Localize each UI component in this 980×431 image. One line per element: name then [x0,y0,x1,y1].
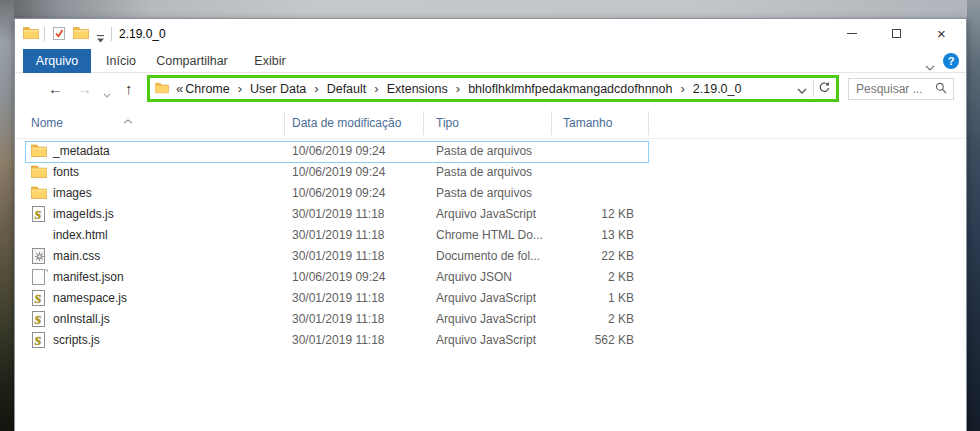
ribbon-tab-row: ArquivoInícioCompartilharExibir ? [15,49,966,73]
window-folder-icon [23,26,39,44]
file-date: 30/01/2019 11:18 [292,228,385,242]
file-row[interactable]: images 10/06/2019 09:24 Pasta de arquivo… [15,183,966,204]
file-size: 13 KB [555,228,634,242]
address-bar[interactable]: « Chrome›User Data›Default›Extensions›bh… [147,75,839,102]
title-bar[interactable]: 2.19.0_0 × [15,19,966,49]
file-type: Arquivo JavaScript [436,291,536,305]
tab-início[interactable]: Início [100,49,142,73]
js-script-icon [31,206,47,222]
tab-exibir[interactable]: Exibir [243,49,297,73]
breadcrumb-item[interactable]: Extensions [387,82,448,96]
properties-check-icon[interactable] [52,26,66,45]
forward-arrow-icon[interactable]: → [77,79,92,99]
js-script-icon [31,332,47,348]
breadcrumb-item[interactable]: Chrome [185,82,229,96]
file-name: scripts.js [53,333,100,347]
wallpaper-right [967,0,980,431]
file-row[interactable]: onInstall.js 30/01/2019 11:18 Arquivo Ja… [15,309,966,330]
file-name: fonts [53,165,79,179]
file-row[interactable]: main.css 30/01/2019 11:18 Documento de f… [15,246,966,267]
file-name: namespace.js [53,291,127,305]
column-header-tipo[interactable]: Tipo [436,116,459,130]
wallpaper-left [0,0,14,431]
refresh-icon[interactable] [818,80,831,98]
file-size: 22 KB [555,249,634,263]
history-chevron-icon[interactable] [103,83,111,103]
file-date: 10/06/2019 09:24 [292,144,385,158]
file-name: onInstall.js [53,312,110,326]
file-row[interactable]: imageIds.js 30/01/2019 11:18 Arquivo Jav… [15,204,966,225]
file-row[interactable]: scripts.js 30/01/2019 11:18 Arquivo Java… [15,330,966,351]
address-divider [813,80,814,97]
file-row[interactable]: _metadata 10/06/2019 09:24 Pasta de arqu… [15,141,966,162]
address-folder-icon [155,80,169,98]
close-button[interactable]: × [919,19,964,48]
breadcrumb-item[interactable]: 2.19.0_0 [693,82,742,96]
file-size: 2 KB [555,270,634,284]
search-placeholder: Pesquisar ... [856,82,935,96]
file-date: 10/06/2019 09:24 [292,165,385,179]
breadcrumb-separator-icon[interactable]: › [238,81,242,96]
breadcrumb-item[interactable]: bhloflhklmhfpedakmangadcdofhnnoh [468,82,672,96]
search-box[interactable]: Pesquisar ... [848,78,954,100]
file-name: imageIds.js [53,207,114,221]
file-date: 30/01/2019 11:18 [292,207,385,221]
file-type: Arquivo JavaScript [436,333,536,347]
breadcrumb-separator-icon[interactable]: › [314,81,318,96]
column-header-nome[interactable]: Nome [31,116,63,130]
breadcrumb-separator-icon[interactable]: › [456,81,460,96]
column-header-row: Nome Data de modificação Tipo Tamanho [15,109,966,139]
js-script-icon [31,311,47,327]
folder-icon [31,164,47,180]
breadcrumb-separator-icon[interactable]: › [374,81,378,96]
column-separator[interactable] [284,111,285,135]
file-row[interactable]: namespace.js 30/01/2019 11:18 Arquivo Ja… [15,288,966,309]
file-name: index.html [53,228,108,242]
qat-customize-dropdown-icon[interactable] [96,29,105,47]
file-row[interactable]: index.html 30/01/2019 11:18 Chrome HTML … [15,225,966,246]
column-separator[interactable] [551,111,552,135]
file-type: Arquivo JSON [436,270,512,284]
minimize-button[interactable] [829,19,874,48]
file-type: Chrome HTML Do... [436,228,543,242]
file-row[interactable]: manifest.json 10/06/2019 09:24 Arquivo J… [15,267,966,288]
maximize-button[interactable] [874,19,919,48]
help-icon[interactable]: ? [943,53,959,69]
folder-icon [31,143,47,159]
file-date: 10/06/2019 09:24 [292,270,385,284]
tab-arquivo[interactable]: Arquivo [23,49,91,73]
search-magnifier-icon[interactable] [935,80,947,98]
file-size: 1 KB [555,291,634,305]
navigation-bar: ← → ↑ « Chrome›User Data›Default›Extensi… [15,73,966,106]
chrome-icon [31,227,47,243]
address-dropdown-chevron-icon[interactable] [797,80,807,98]
tab-compartilhar[interactable]: Compartilhar [149,49,235,73]
window-title: 2.19.0_0 [119,27,166,41]
file-type: Documento de fol... [436,249,540,263]
file-date: 30/01/2019 11:18 [292,312,385,326]
file-row[interactable]: fonts 10/06/2019 09:24 Pasta de arquivos [15,162,966,183]
column-header-data[interactable]: Data de modificação [292,116,401,130]
breadcrumb-separator-icon[interactable]: › [680,81,684,96]
column-separator[interactable] [423,111,424,135]
up-arrow-icon[interactable]: ↑ [125,79,133,99]
file-size: 2 KB [555,312,634,326]
desktop: 2.19.0_0 × ArquivoInícioCompartilharExib… [0,0,980,431]
file-date: 10/06/2019 09:24 [292,186,385,200]
new-folder-icon[interactable] [73,26,89,44]
column-header-tamanho[interactable]: Tamanho [563,116,612,130]
file-type: Pasta de arquivos [436,165,532,179]
file-type: Arquivo JavaScript [436,312,536,326]
breadcrumb: Chrome›User Data›Default›Extensions›bhlo… [183,81,797,96]
breadcrumb-item[interactable]: User Data [250,82,306,96]
breadcrumb-item[interactable]: Default [327,82,367,96]
file-date: 30/01/2019 11:18 [292,291,385,305]
file-type: Pasta de arquivos [436,186,532,200]
file-size: 12 KB [555,207,634,221]
breadcrumb-overflow-icon[interactable]: « [176,81,183,96]
css-document-icon [31,248,47,264]
column-separator[interactable] [648,111,649,135]
file-date: 30/01/2019 11:18 [292,333,385,347]
js-script-icon [31,290,47,306]
back-arrow-icon[interactable]: ← [48,79,63,99]
